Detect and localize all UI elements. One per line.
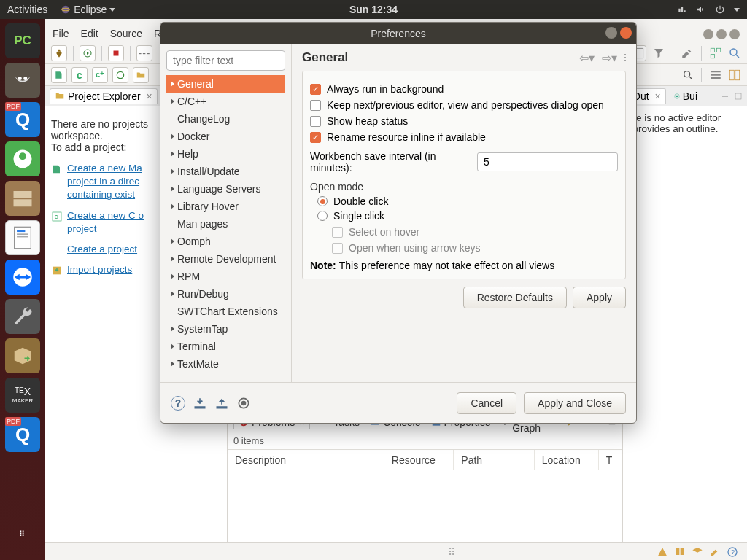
expand-arrow-icon[interactable] — [171, 98, 174, 104]
page-menu-icon[interactable] — [624, 54, 626, 61]
radio[interactable] — [317, 211, 328, 221]
tree-item-swtchart-extensions[interactable]: SWTChart Extensions — [166, 303, 285, 320]
tree-item-library-hover[interactable]: Library Hover — [166, 198, 285, 215]
cancel-button[interactable]: Cancel — [457, 392, 516, 414]
checkbox[interactable] — [310, 84, 321, 95]
power-icon[interactable] — [715, 4, 725, 15]
window-maximize-icon[interactable] — [716, 29, 727, 39]
window-close-icon[interactable] — [729, 29, 740, 39]
toolbar-search-icon[interactable] — [728, 47, 741, 60]
perspective-icon[interactable] — [728, 69, 741, 82]
launcher-libreoffice[interactable] — [5, 220, 40, 255]
system-menu-chevron-icon[interactable] — [734, 8, 740, 12]
tree-item-install-update[interactable]: Install/Update — [166, 163, 285, 180]
launcher-gimp[interactable] — [5, 63, 40, 98]
expand-arrow-icon[interactable] — [171, 326, 174, 332]
launcher-qpdfview[interactable]: PDF — [5, 102, 40, 137]
tree-item-general[interactable]: General — [166, 75, 285, 93]
new-cpp-icon[interactable]: c⁺ — [92, 67, 108, 83]
menu-edit[interactable]: Edit — [81, 28, 98, 39]
tree-item-run-debug[interactable]: Run/Debug — [166, 285, 285, 303]
col-resource[interactable]: Resource — [384, 450, 454, 470]
toolbar-grid-icon[interactable] — [709, 47, 722, 60]
expand-arrow-icon[interactable] — [171, 291, 174, 297]
apply-and-close-button[interactable]: Apply and Close — [524, 392, 626, 414]
dialog-close-icon[interactable] — [620, 27, 632, 39]
toolbar-more[interactable]: --- — [136, 45, 152, 61]
project-explorer-tab-label[interactable]: Project Explorer × — [50, 88, 158, 104]
tree-item-systemtap[interactable]: SystemTap — [166, 320, 285, 338]
expand-arrow-icon[interactable] — [171, 81, 174, 87]
tree-item-oomph[interactable]: Oomph — [166, 233, 285, 250]
minimize-view-icon[interactable] — [721, 92, 729, 101]
status-book-icon[interactable] — [674, 546, 686, 558]
expand-arrow-icon[interactable] — [171, 273, 174, 279]
radio[interactable] — [317, 196, 328, 206]
launcher-files[interactable] — [5, 181, 40, 216]
tree-item-terminal[interactable]: Terminal — [166, 338, 285, 355]
tree-item-language-servers[interactable]: Language Servers — [166, 180, 285, 198]
launcher-pycharm[interactable]: PC — [5, 23, 40, 58]
expand-arrow-icon[interactable] — [171, 256, 174, 262]
col-location[interactable]: Location — [535, 450, 599, 470]
launcher-qpdfview-2[interactable]: PDF — [5, 417, 40, 452]
link-new-make-project[interactable]: Create a new Ma project in a direc conta… — [67, 162, 142, 202]
interval-input[interactable] — [477, 152, 618, 171]
checkbox[interactable] — [310, 116, 321, 127]
tree-item-c-c-[interactable]: C/C++ — [166, 93, 285, 110]
maximize-view-icon[interactable] — [734, 92, 743, 101]
run-icon[interactable] — [80, 45, 96, 61]
toolbar-filter-icon[interactable] — [652, 47, 665, 60]
tree-item-changelog[interactable]: ChangeLog — [166, 110, 285, 128]
apply-button[interactable]: Apply — [573, 287, 626, 308]
toolbar-hammer-icon[interactable] — [681, 47, 694, 60]
expand-arrow-icon[interactable] — [171, 168, 174, 174]
col-type[interactable]: T — [599, 450, 622, 470]
tree-item-rpm[interactable]: RPM — [166, 268, 285, 285]
status-hat-icon[interactable] — [692, 546, 703, 558]
expand-arrow-icon[interactable] — [171, 238, 174, 244]
import-prefs-icon[interactable] — [193, 396, 207, 411]
close-icon[interactable]: × — [147, 90, 152, 102]
new-class-icon[interactable] — [112, 67, 128, 83]
outline-toggle-icon[interactable] — [709, 69, 722, 82]
expand-arrow-icon[interactable] — [171, 151, 174, 157]
status-help-icon[interactable]: ? — [727, 546, 738, 558]
oomph-record-icon[interactable] — [236, 396, 251, 411]
tree-item-remote-development[interactable]: Remote Development — [166, 250, 285, 268]
activities-button[interactable]: Activities — [7, 4, 47, 15]
expand-arrow-icon[interactable] — [171, 186, 174, 192]
menu-file[interactable]: File — [53, 28, 69, 39]
link-new-c-project[interactable]: Create a new C o project — [67, 209, 144, 236]
link-create-project[interactable]: Create a project — [67, 243, 137, 256]
build-icon[interactable] — [51, 45, 67, 61]
checkbox[interactable] — [310, 132, 321, 143]
menu-source[interactable]: Source — [110, 28, 142, 39]
tree-item-help[interactable]: Help — [166, 145, 285, 163]
link-import-projects[interactable]: Import projects — [67, 263, 132, 276]
clock[interactable]: Sun 12:34 — [349, 4, 398, 15]
expand-arrow-icon[interactable] — [171, 133, 174, 139]
tree-item-textmate[interactable]: TextMate — [166, 355, 285, 373]
help-icon[interactable]: ? — [171, 396, 185, 411]
status-edit-icon[interactable] — [709, 546, 721, 558]
col-path[interactable]: Path — [454, 450, 534, 470]
col-description[interactable]: Description — [228, 450, 384, 470]
nav-back-icon[interactable]: ⇦▾ — [579, 51, 595, 65]
status-tip-icon[interactable] — [657, 546, 668, 558]
close-icon[interactable]: × — [655, 90, 661, 102]
prefs-tree[interactable]: GeneralC/C++ChangeLogDockerHelpInstall/U… — [166, 75, 285, 376]
new-make-icon[interactable] — [51, 67, 67, 83]
new-c-icon[interactable]: c — [71, 67, 88, 83]
launcher-software[interactable] — [5, 141, 40, 176]
launcher-texmaker[interactable]: TEXMAKER — [5, 378, 40, 413]
filter-input[interactable] — [166, 50, 285, 71]
new-folder-icon[interactable] — [133, 67, 149, 83]
tab-build[interactable]: Bui — [673, 90, 697, 102]
network-icon[interactable] — [677, 4, 687, 15]
launcher-package[interactable] — [5, 338, 40, 373]
quick-search-icon[interactable] — [682, 69, 694, 81]
tree-item-tracing[interactable]: Tracing — [166, 373, 285, 376]
tree-item-man-pages[interactable]: Man pages — [166, 215, 285, 233]
volume-icon[interactable] — [696, 4, 706, 15]
